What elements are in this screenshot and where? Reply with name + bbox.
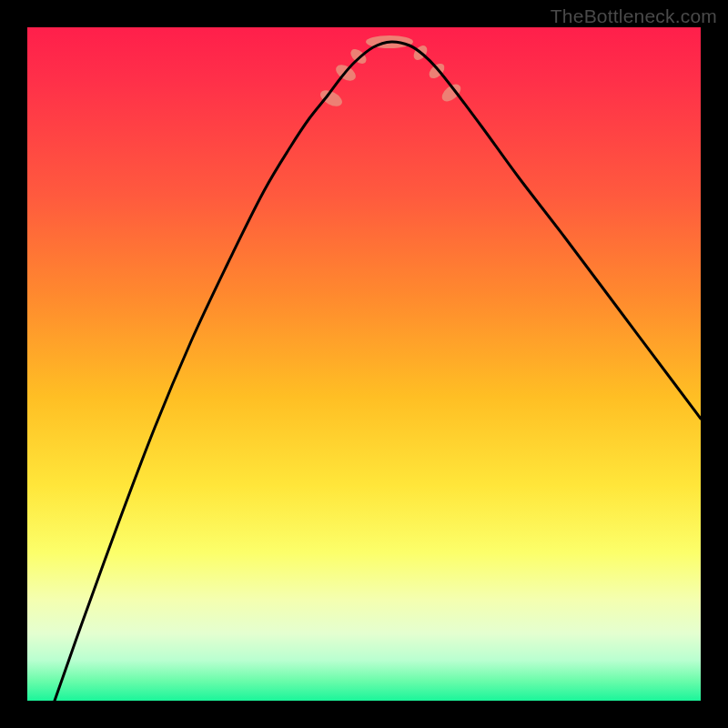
chart-svg [27, 27, 701, 701]
left-marker-3 [348, 46, 369, 66]
watermark-text: TheBottleneck.com [551, 5, 717, 27]
plot-area [27, 27, 701, 701]
bottleneck-curve [55, 42, 701, 701]
chart-stage: TheBottleneck.com [0, 0, 728, 728]
